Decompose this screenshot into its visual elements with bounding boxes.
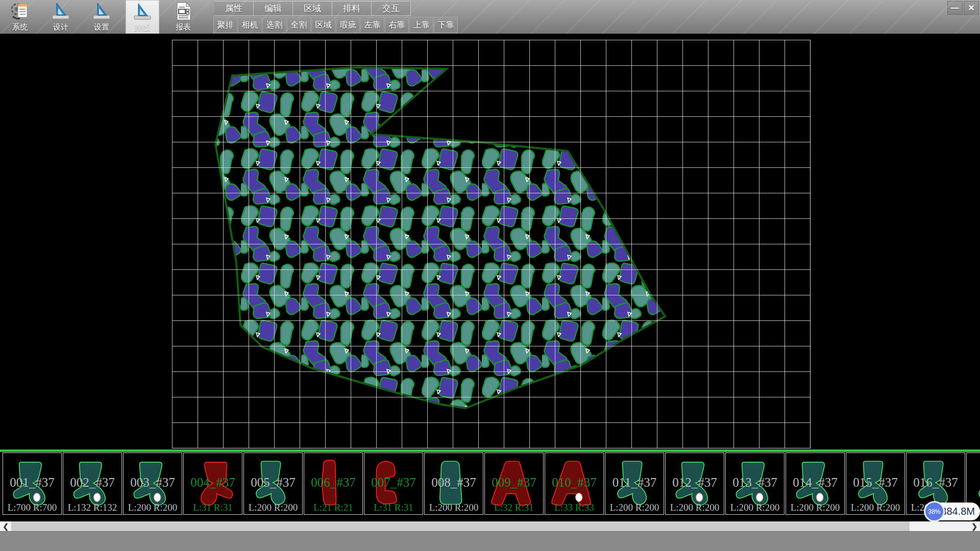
close-button[interactable]: ✕ (964, 1, 979, 15)
action-button-bar: 聚排 相机 选割 全割 区域 瑕疵 (213, 17, 458, 33)
piece-lr-label: L:200 R:200 (846, 502, 904, 513)
piece-thumbnail[interactable]: 013_#37 L:200 R:200 (725, 453, 785, 515)
action-button-label: 相机 (242, 20, 258, 31)
system-button-label: 系统 (12, 22, 28, 32)
piece-name-label: 015_#37 (846, 475, 904, 490)
piece-lr-label: L:31 R:31 (364, 502, 423, 513)
piece-thumbnail[interactable]: 014_#37 L:200 R:200 (786, 453, 845, 515)
action-button-label: 上靠 (413, 20, 430, 31)
piece-lr-label: L:32 R:31 (485, 502, 543, 513)
piece-lr-label: L:132 R:132 (63, 502, 121, 513)
piece-thumbnail[interactable]: 009_#37 L:32 R:31 (484, 453, 544, 515)
settings-button-label: 设置 (94, 22, 109, 32)
minimize-icon: — (951, 4, 959, 13)
settings-ruler-icon (91, 1, 112, 22)
menu-tab-label: 属性 (225, 3, 242, 14)
piece-name-label: 002_#37 (63, 475, 121, 490)
action-button-label: 全割 (291, 20, 307, 31)
piece-name-label: 014_#37 (786, 475, 844, 490)
scroll-left-arrow[interactable]: ❮ (0, 521, 11, 531)
design-button[interactable]: 设计 (44, 0, 78, 34)
action-button[interactable]: 区域 (311, 17, 335, 33)
memory-status-badge: 384.8M 38% (924, 501, 980, 521)
menu-tab-label: 交互 (382, 3, 400, 14)
layout-button[interactable]: 排版 (126, 0, 159, 34)
piece-lr-label: L:31 R:31 (184, 502, 242, 513)
action-button[interactable]: 全割 (287, 17, 311, 33)
piece-name-label: 009_#37 (485, 475, 543, 490)
piece-name-label: 001_#37 (3, 475, 61, 490)
piece-thumbnail[interactable]: 007_#37 L:31 R:31 (364, 453, 423, 515)
action-button-label: 右靠 (389, 20, 405, 31)
piece-thumbnail[interactable]: 002_#37 L:132 R:132 (63, 453, 122, 515)
action-button[interactable]: 瑕疵 (336, 17, 360, 33)
action-button[interactable]: 上靠 (409, 17, 433, 33)
piece-lr-label: L:200 R:200 (425, 502, 483, 513)
piece-thumbnail[interactable]: 003_#37 L:200 R:200 (123, 453, 182, 515)
piece-thumbnail[interactable]: 006_#37 L:21 R:21 (304, 453, 363, 515)
action-button-label: 区域 (315, 20, 332, 31)
piece-thumbnail[interactable]: 015_#37 L:200 R:200 (846, 453, 905, 515)
piece-name-label: 005_#37 (244, 475, 302, 490)
menu-tab[interactable]: 交互 (372, 1, 411, 16)
piece-thumbnail[interactable]: 012_#37 L:200 R:200 (665, 453, 724, 515)
piece-lr-label: L:200 R:200 (786, 502, 844, 513)
piece-lr-label: L:200 R:200 (244, 502, 302, 513)
piece-name-label: 013_#37 (726, 475, 784, 490)
report-document-icon (173, 1, 193, 22)
scroll-right-arrow[interactable]: ❯ (969, 521, 980, 531)
system-button[interactable]: 系统 (3, 0, 37, 34)
strip-divider-line (0, 449, 980, 452)
scroll-right-icon: ❯ (971, 522, 977, 531)
action-button-label: 选割 (266, 20, 283, 31)
report-button-label: 报表 (176, 22, 191, 32)
piece-thumbnail[interactable]: 010_#37 L:33 R:33 (545, 453, 604, 515)
menu-tab[interactable]: 区域 (293, 1, 332, 16)
piece-name-label: 010_#37 (545, 475, 603, 490)
menu-tab[interactable]: 排料 (332, 1, 372, 16)
piece-thumbnail[interactable]: 004_#37 L:31 R:31 (183, 453, 242, 515)
piece-name-label: 004_#37 (184, 475, 242, 490)
piece-thumbnail[interactable]: 011_#37 L:200 R:200 (605, 453, 664, 515)
action-button-label: 左靠 (364, 20, 381, 31)
leather-hide[interactable] (215, 67, 665, 408)
percent-value: 38% (928, 508, 940, 515)
menu-tab-bar: 属性 编辑 区域 排料 交互 (214, 1, 411, 16)
hide-nesting-svg (0, 34, 980, 449)
menu-tab[interactable]: 属性 (214, 1, 254, 16)
piece-thumbnail[interactable]: 005_#37 L:200 R:200 (243, 453, 303, 515)
hide-outline (215, 67, 665, 408)
piece-thumbnail[interactable]: 001_#37 L:700 R:700 (3, 453, 62, 515)
action-button[interactable]: 聚排 (213, 17, 237, 33)
menu-tab-label: 排料 (343, 3, 360, 14)
system-gear-icon (10, 1, 30, 22)
action-button[interactable]: 相机 (238, 17, 262, 33)
action-button-label: 瑕疵 (340, 20, 356, 31)
action-button-label: 下靠 (438, 20, 454, 31)
horizontal-scrollbar[interactable]: ❮ ❯ (0, 521, 980, 531)
layout-button-label: 排版 (135, 23, 150, 32)
memory-value: 384.8M (941, 506, 975, 517)
action-button[interactable]: 右靠 (385, 17, 409, 33)
piece-name-label: 003_#37 (124, 475, 182, 490)
status-bar (0, 531, 980, 551)
action-button-label: 聚排 (217, 20, 234, 31)
nesting-canvas[interactable] (0, 34, 980, 449)
piece-lr-label: L:700 R:700 (3, 502, 61, 513)
scrollbar-thumb[interactable] (11, 521, 910, 531)
piece-thumbnail-strip: 001_#37 L:700 R:700 002_#37 L:132 R:132 … (0, 453, 980, 515)
close-icon: ✕ (968, 3, 974, 13)
piece-thumbnail[interactable]: 008_#37 L:200 R:200 (424, 453, 483, 515)
piece-lr-label: L:200 R:200 (124, 502, 182, 513)
action-button[interactable]: 下靠 (434, 17, 458, 33)
percent-circle: 38% (924, 501, 945, 522)
piece-name-label: 0 (967, 475, 980, 490)
menu-tab[interactable]: 编辑 (254, 1, 293, 16)
scroll-left-icon: ❮ (3, 522, 9, 531)
report-button[interactable]: 报表 (166, 0, 200, 34)
minimize-button[interactable]: — (947, 1, 963, 15)
action-button[interactable]: 选割 (262, 17, 286, 33)
action-button[interactable]: 左靠 (360, 17, 384, 33)
window-controls: — ✕ (947, 1, 979, 15)
settings-button[interactable]: 设置 (85, 0, 118, 34)
